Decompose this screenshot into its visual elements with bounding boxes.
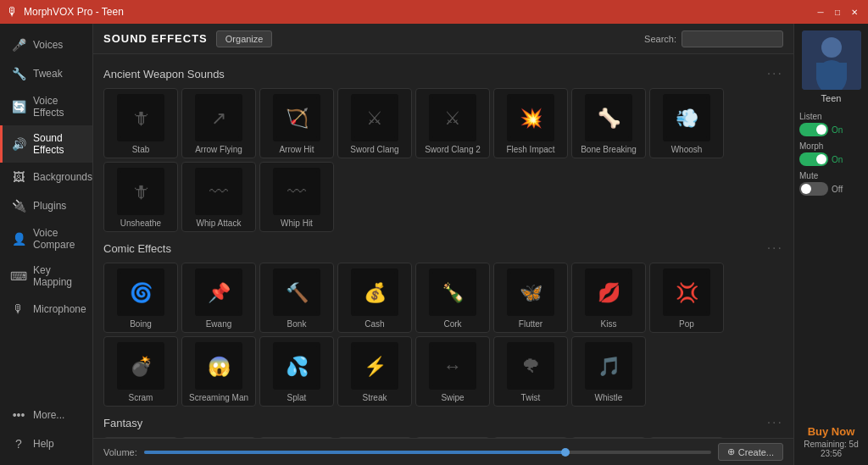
streak-icon: ⚡ [351,342,398,390]
section-options-fantasy[interactable]: ··· [767,415,783,430]
avatar-name: Teen [821,93,842,103]
sword-clang-2-icon: ⚔ [429,94,476,141]
sidebar-item-backgrounds[interactable]: 🖼 Backgrounds [0,163,92,191]
key-mapping-icon: ⌨ [11,268,26,284]
sound-effects-icon: 🔊 [11,136,26,152]
swipe-label: Swipe [441,393,464,402]
unsheathe-icon: 🗡 [117,168,164,215]
sfx-item-ewang[interactable]: 📌 Ewang [181,263,256,333]
svg-text:💦: 💦 [286,355,309,378]
sidebar-items: 🎤 Voices 🔧 Tweak 🔄 Voice Effects 🔊 Sound… [0,30,92,324]
sfx-item-bonk[interactable]: 🔨 Bonk [259,263,334,333]
organize-button[interactable]: Organize [216,30,273,47]
sfx-item-sword-clang[interactable]: ⚔ Sword Clang [337,88,412,158]
morph-toggle[interactable] [799,152,828,166]
more-icon: ••• [11,407,26,423]
sidebar-label-key-mapping: Key Mapping [33,264,84,288]
cash-label: Cash [364,319,384,329]
sidebar-item-plugins[interactable]: 🔌 Plugins [0,191,92,220]
buy-now-button[interactable]: Buy Now [799,425,863,438]
maximize-button[interactable]: □ [831,5,844,19]
sfx-item-splat[interactable]: 💦 Splat [259,336,334,407]
plugins-icon: 🔌 [11,198,26,213]
flutter-label: Flutter [519,319,542,329]
section-options-ancient-weapon-sounds[interactable]: ··· [767,66,783,81]
sfx-item-streak[interactable]: ⚡ Streak [337,336,412,407]
voice-effects-icon: 🔄 [11,99,26,114]
svg-text:〰: 〰 [287,181,306,202]
sfx-item-scram[interactable]: 💣 Scram [103,336,178,407]
sidebar-item-sound-effects[interactable]: 🔊 Sound Effects [0,125,92,163]
sidebar-label-voice-compare: Voice Compare [33,227,84,251]
sfx-item-whoosh[interactable]: 💨 Whoosh [649,88,724,158]
sidebar-item-voice-compare[interactable]: 👤 Voice Compare [0,220,92,257]
section-options-comic-effects[interactable]: ··· [767,241,783,256]
sfx-item-bone-breaking[interactable]: 🦴 Bone Breaking [571,88,646,158]
sfx-item-sword-clang-2[interactable]: ⚔ Sword Clang 2 [415,88,490,158]
mute-label: Mute [799,171,863,180]
sidebar-item-key-mapping[interactable]: ⌨ Key Mapping [0,257,92,295]
remaining-text: Remaining: 5d 23:56 [799,440,863,458]
sfx-item-boing[interactable]: 🌀 Boing [103,263,178,333]
sfx-item-whip-attack[interactable]: 〰 Whip Attack [181,162,256,232]
topbar-title: SOUND EFFECTS [103,32,208,45]
section-ancient-weapon-sounds: Ancient Weapon Sounds ··· 🗡 Stab ↗ Arrow… [103,66,783,232]
sfx-item-arrow-hit[interactable]: 🏹 Arrow Hit [259,88,334,158]
sfx-item-stab[interactable]: 🗡 Stab [103,88,178,158]
pop-icon: 💢 [663,268,710,316]
sfx-item-twist[interactable]: 🌪 Twist [493,336,568,407]
sfx-item-unsheathe[interactable]: 🗡 Unsheathe [103,162,178,232]
sfx-item-whistle[interactable]: 🎵 Whistle [571,336,646,407]
mute-knob [801,184,811,194]
arrow-flying-label: Arrow Flying [195,145,242,154]
sfx-item-screaming-man[interactable]: 😱 Screaming Man [181,336,256,407]
sfx-item-cork[interactable]: 🍾 Cork [415,263,490,333]
minimize-button[interactable]: ─ [814,5,827,19]
sfx-item-cash[interactable]: 💰 Cash [337,263,412,333]
svg-text:⚡: ⚡ [364,355,387,378]
svg-text:😱: 😱 [208,355,231,378]
sidebar-bottom: ••• More... ? Help [0,401,92,458]
sidebar-item-voice-effects[interactable]: 🔄 Voice Effects [0,88,92,125]
listen-toggle[interactable] [799,123,828,136]
svg-text:🎵: 🎵 [598,355,621,378]
sfx-item-whip-hit[interactable]: 〰 Whip Hit [259,162,334,232]
sfx-item-pop[interactable]: 💢 Pop [649,263,724,333]
app-icon: 🎙 [7,5,19,19]
sidebar-item-microphone[interactable]: 🎙 Microphone [0,295,92,324]
sidebar-item-more[interactable]: ••• More... [0,401,92,429]
sidebar-item-voices[interactable]: 🎤 Voices [0,30,92,59]
sword-clang-icon: ⚔ [351,94,398,141]
sfx-item-arrow-flying[interactable]: ↗ Arrow Flying [181,88,256,158]
sidebar-item-tweak[interactable]: 🔧 Tweak [0,59,92,88]
boing-icon: 🌀 [117,268,164,316]
more-label: More... [33,409,64,421]
whoosh-icon: 💨 [663,94,710,141]
section-fantasy: Fantasy ··· ⚔ Sword Strike 🐴 Horse [103,415,783,438]
backgrounds-icon: 🖼 [11,169,26,185]
mute-toggle[interactable] [799,182,828,196]
unsheathe-label: Unsheathe [120,219,161,228]
svg-text:💣: 💣 [130,355,153,378]
create-button[interactable]: ⊕ Create... [718,443,783,461]
section-title-fantasy: Fantasy [103,417,142,429]
close-button[interactable]: ✕ [848,5,861,19]
buy-now-area: Buy Now Remaining: 5d 23:56 [799,425,863,458]
search-input[interactable] [682,30,783,47]
morph-switch: On [799,152,863,166]
volume-slider[interactable] [144,451,711,454]
svg-text:💰: 💰 [364,281,387,304]
svg-text:💋: 💋 [598,281,621,304]
screaming-man-icon: 😱 [195,342,242,390]
flutter-icon: 🦋 [507,268,554,316]
morph-state: On [832,155,843,164]
sfx-item-kiss[interactable]: 💋 Kiss [571,263,646,333]
kiss-label: Kiss [601,319,617,329]
sfx-item-flutter[interactable]: 🦋 Flutter [493,263,568,333]
sidebar-item-help[interactable]: ? Help [0,429,92,458]
content-area: SOUND EFFECTS Organize Search: Ancient W… [93,24,793,465]
whoosh-label: Whoosh [671,145,703,154]
sfx-item-swipe[interactable]: ↔ Swipe [415,336,490,407]
twist-icon: 🌪 [507,342,554,390]
sfx-item-flesh-impact[interactable]: 💥 Flesh Impact [493,88,568,158]
